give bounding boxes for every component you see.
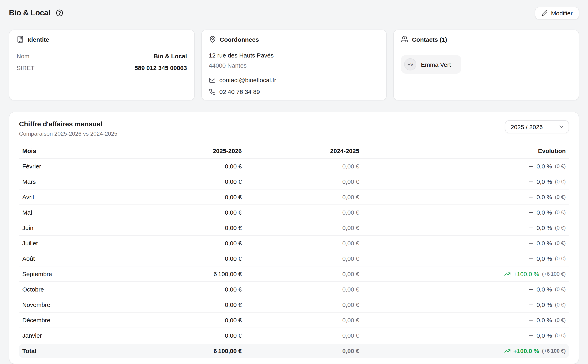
column-header-current: 2025-2026 bbox=[156, 143, 245, 158]
evolution-amount: (0 €) bbox=[555, 316, 566, 324]
minus-icon bbox=[528, 179, 534, 184]
current-year-cell: 0,00 € bbox=[156, 205, 245, 220]
table-row: Août 0,00 € 0,00 € 0,0 % (0 €) bbox=[19, 251, 569, 266]
phone-value: 02 40 76 34 89 bbox=[219, 87, 260, 96]
previous-year-cell: 0,00 € bbox=[245, 205, 362, 220]
edit-button-label: Modifier bbox=[551, 10, 573, 16]
help-icon[interactable] bbox=[56, 9, 63, 17]
evolution-cell: +100,0 % (+6 100 €) bbox=[362, 344, 569, 358]
current-year-cell: 6 100,00 € bbox=[156, 266, 245, 281]
month-cell: Août bbox=[19, 251, 156, 266]
contacts-card: Contacts (1) EV Emma Vert bbox=[393, 30, 579, 100]
current-year-cell: 0,00 € bbox=[156, 328, 245, 343]
contacts-card-title: Contacts (1) bbox=[412, 36, 447, 43]
monthly-revenue-card: Chiffre d'affaires mensuel Comparaison 2… bbox=[9, 112, 579, 364]
evolution-percent: 0,0 % bbox=[536, 223, 552, 232]
evolution-amount: (+6 100 €) bbox=[542, 270, 566, 278]
evolution-amount: (0 €) bbox=[555, 177, 566, 186]
evolution-cell: 0,0 % (0 €) bbox=[362, 220, 569, 235]
evolution-percent: +100,0 % bbox=[513, 270, 539, 278]
month-cell: Mars bbox=[19, 174, 156, 189]
identity-value: 589 012 345 00063 bbox=[135, 64, 187, 72]
table-row: Février 0,00 € 0,00 € 0,0 % (0 €) bbox=[19, 159, 569, 174]
minus-icon bbox=[528, 256, 534, 261]
pencil-icon bbox=[541, 10, 547, 16]
evolution-amount: (0 €) bbox=[555, 285, 566, 293]
avatar: EV bbox=[404, 58, 417, 71]
column-header-month: Mois bbox=[19, 143, 156, 158]
evolution-percent: 0,0 % bbox=[536, 177, 552, 186]
month-cell: Janvier bbox=[19, 328, 156, 343]
month-cell: Décembre bbox=[19, 312, 156, 328]
coordinates-card: Coordonnees 12 rue des Hauts Pavés 44000… bbox=[201, 30, 387, 100]
minus-icon bbox=[528, 163, 534, 169]
evolution-percent: 0,0 % bbox=[536, 239, 552, 247]
contact-chip[interactable]: EV Emma Vert bbox=[401, 55, 461, 74]
table-total-row: Total 6 100,00 € 0,00 € +100,0 % (+6 100… bbox=[19, 344, 569, 358]
minus-icon bbox=[528, 302, 534, 307]
month-cell: Juillet bbox=[19, 236, 156, 251]
table-row: Juin 0,00 € 0,00 € 0,0 % (0 €) bbox=[19, 220, 569, 236]
identity-row-nom: Nom Bio & Local bbox=[17, 52, 187, 60]
table-row: Mars 0,00 € 0,00 € 0,0 % (0 €) bbox=[19, 174, 569, 189]
contact-name: Emma Vert bbox=[421, 61, 451, 68]
users-icon bbox=[401, 36, 408, 43]
evolution-percent: 0,0 % bbox=[536, 254, 552, 263]
evolution-amount: (0 €) bbox=[555, 300, 566, 309]
revenue-table: Mois 2025-2026 2024-2025 Evolution Févri… bbox=[19, 143, 569, 358]
previous-year-cell: 0,00 € bbox=[245, 328, 362, 343]
evolution-amount: (0 €) bbox=[555, 193, 566, 201]
identity-label: Nom bbox=[17, 52, 29, 60]
current-year-cell: 0,00 € bbox=[156, 236, 245, 251]
current-year-cell: 0,00 € bbox=[156, 282, 245, 297]
column-header-previous: 2024-2025 bbox=[245, 143, 362, 158]
current-year-cell: 0,00 € bbox=[156, 251, 245, 266]
revenue-title: Chiffre d'affaires mensuel bbox=[19, 120, 118, 128]
trending-up-icon bbox=[504, 348, 510, 354]
previous-year-cell: 0,00 € bbox=[245, 282, 362, 297]
current-year-cell: 0,00 € bbox=[156, 189, 245, 204]
client-detail-page: Bio & Local Modifier Identite Nom Bio & … bbox=[0, 0, 588, 364]
evolution-cell: 0,0 % (0 €) bbox=[362, 282, 569, 297]
evolution-cell: 0,0 % (0 €) bbox=[362, 189, 569, 204]
month-cell: Mai bbox=[19, 205, 156, 220]
evolution-amount: (0 €) bbox=[555, 331, 566, 340]
email-line: contact@bioetlocal.fr bbox=[209, 76, 379, 84]
month-cell: Total bbox=[19, 344, 156, 358]
table-body: Février 0,00 € 0,00 € 0,0 % (0 €) Mars 0… bbox=[19, 159, 569, 358]
month-cell: Avril bbox=[19, 189, 156, 204]
month-cell: Novembre bbox=[19, 297, 156, 312]
previous-year-cell: 0,00 € bbox=[245, 174, 362, 189]
edit-button[interactable]: Modifier bbox=[535, 7, 579, 19]
coordinates-card-title: Coordonnees bbox=[220, 36, 259, 43]
identity-card-title: Identite bbox=[27, 36, 49, 43]
year-selector[interactable]: 2025 / 2026 bbox=[505, 120, 569, 133]
table-row: Octobre 0,00 € 0,00 € 0,0 % (0 €) bbox=[19, 282, 569, 297]
map-pin-icon bbox=[209, 36, 216, 43]
evolution-cell: 0,0 % (0 €) bbox=[362, 159, 569, 174]
chevron-down-icon bbox=[558, 124, 564, 130]
month-cell: Octobre bbox=[19, 282, 156, 297]
month-cell: Février bbox=[19, 159, 156, 174]
evolution-amount: (0 €) bbox=[555, 239, 566, 247]
identity-value: Bio & Local bbox=[153, 52, 187, 60]
page-title: Bio & Local bbox=[9, 8, 50, 17]
evolution-percent: 0,0 % bbox=[536, 162, 552, 170]
table-row: Décembre 0,00 € 0,00 € 0,0 % (0 €) bbox=[19, 312, 569, 328]
phone-line: 02 40 76 34 89 bbox=[209, 87, 379, 96]
month-cell: Septembre bbox=[19, 266, 156, 281]
minus-icon bbox=[528, 225, 534, 231]
evolution-percent: 0,0 % bbox=[536, 285, 552, 293]
identity-label: SIRET bbox=[17, 64, 34, 72]
building-icon bbox=[17, 36, 24, 43]
minus-icon bbox=[528, 194, 534, 200]
address-line2: 44000 Nantes bbox=[209, 61, 379, 70]
evolution-percent: 0,0 % bbox=[536, 300, 552, 309]
minus-icon bbox=[528, 333, 534, 338]
previous-year-cell: 0,00 € bbox=[245, 344, 362, 358]
evolution-cell: 0,0 % (0 €) bbox=[362, 297, 569, 312]
table-row: Septembre 6 100,00 € 0,00 € +100,0 % (+6… bbox=[19, 266, 569, 282]
identity-row-siret: SIRET 589 012 345 00063 bbox=[17, 64, 187, 72]
evolution-amount: (+6 100 €) bbox=[542, 347, 566, 355]
email-value: contact@bioetlocal.fr bbox=[219, 76, 276, 84]
